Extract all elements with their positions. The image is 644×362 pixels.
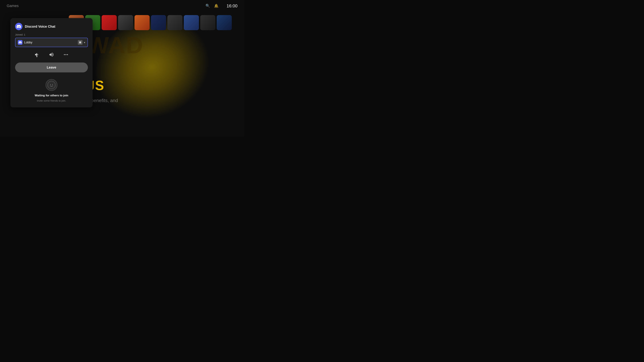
more-options-button[interactable] [62,50,70,59]
joined-count: Joined: 1 [15,33,88,36]
svg-point-4 [66,54,66,55]
svg-point-9 [52,84,53,85]
svg-point-6 [48,81,56,89]
discord-voice-chat-panel: Discord Voice Chat Joined: 1 Lobby ▾ [10,18,92,107]
waiting-title: Waiting for others to join [35,94,68,97]
controls-row [15,50,88,59]
lobby-selector[interactable]: Lobby ▾ [15,38,88,47]
lobby-chevron-icon[interactable]: ▾ [84,41,85,44]
panel-header: Discord Voice Chat [15,23,88,30]
game-icon-7[interactable] [167,15,182,30]
user-avatar [46,79,57,91]
game-icon-4[interactable] [118,15,133,30]
game-icon-8[interactable] [184,15,199,30]
game-icon-6[interactable] [151,15,166,30]
leave-button[interactable]: Leave [15,62,88,72]
game-icon-9[interactable] [200,15,215,30]
game-icon-10[interactable] [217,15,232,30]
game-icons-row [67,15,244,30]
svg-point-3 [64,54,65,55]
svg-point-8 [50,84,51,85]
lobby-name: Lobby [24,41,76,44]
waiting-subtitle: Invite some friends to join. [37,99,66,102]
panel-title: Discord Voice Chat [25,25,55,28]
lobby-controls: ▾ [78,40,85,45]
discord-logo [15,23,22,30]
search-icon[interactable]: 🔍 [206,4,210,8]
page-title: Games [7,4,18,8]
clock-display: 16:00 [226,3,238,8]
notification-icon[interactable]: 🔔 [214,4,218,8]
volume-up-button[interactable] [47,50,56,59]
lobby-discord-icon [18,40,22,45]
waiting-section: Waiting for others to join Invite some f… [15,77,88,102]
game-icon-3[interactable] [102,15,117,30]
svg-rect-0 [79,41,81,43]
game-icon-5[interactable] [134,15,150,30]
top-bar-icons: 🔍 🔔 16:00 [206,3,238,8]
volume-down-button[interactable] [33,50,41,59]
svg-point-7 [48,82,55,88]
lobby-stop-button[interactable] [78,40,82,45]
svg-point-5 [67,54,68,55]
top-bar: Games 🔍 🔔 16:00 [0,0,244,12]
